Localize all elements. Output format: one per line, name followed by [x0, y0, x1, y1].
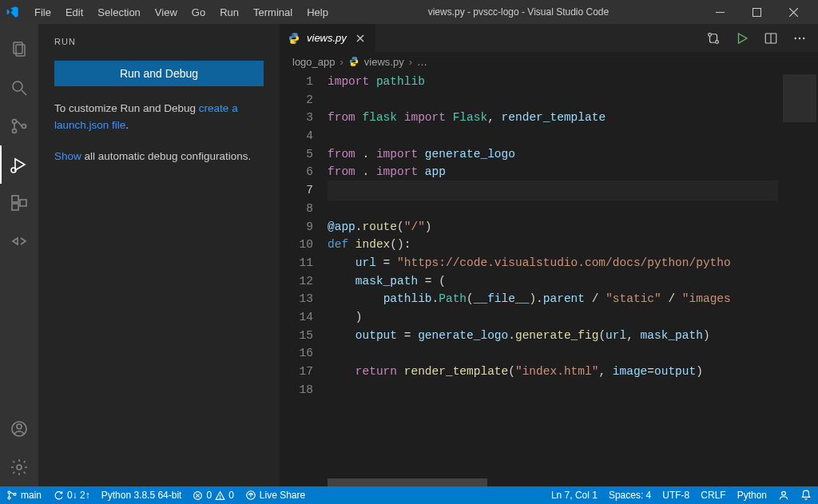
sidebar-title: RUN — [54, 37, 264, 46]
run-and-debug-button[interactable]: Run and Debug — [54, 61, 264, 86]
run-sidebar: RUN Run and Debug To customize Run and D… — [38, 24, 280, 486]
svg-point-17 — [709, 33, 712, 36]
accounts-icon[interactable] — [0, 410, 38, 448]
menu-go[interactable]: Go — [185, 6, 212, 18]
svg-rect-1 — [752, 8, 760, 16]
svg-point-27 — [14, 493, 16, 495]
python-file-icon — [288, 32, 300, 45]
svg-rect-3 — [16, 45, 25, 56]
breadcrumb-folder[interactable]: logo_app — [292, 56, 336, 68]
menu-file[interactable]: File — [27, 6, 58, 18]
breadcrumb[interactable]: logo_app › views.py › … — [280, 52, 818, 71]
svg-marker-9 — [15, 159, 25, 170]
compare-changes-icon[interactable] — [706, 31, 721, 46]
tab-bar: views.py — [280, 24, 818, 52]
minimap[interactable] — [778, 71, 818, 486]
more-actions-icon[interactable] — [792, 31, 807, 46]
svg-point-23 — [799, 37, 800, 38]
horizontal-scrollbar[interactable] — [328, 478, 778, 486]
svg-marker-19 — [739, 34, 748, 43]
menu-view[interactable]: View — [148, 6, 185, 18]
svg-point-25 — [8, 491, 10, 494]
tab-views-py[interactable]: views.py — [280, 24, 375, 52]
code-content[interactable]: import pathlibfrom flask import Flask, r… — [328, 71, 778, 486]
remote-icon[interactable] — [0, 222, 38, 260]
vscode-logo-icon — [6, 6, 19, 18]
svg-point-18 — [716, 40, 719, 43]
svg-point-22 — [795, 37, 796, 38]
title-bar: FileEditSelectionViewGoRunTerminalHelp v… — [0, 0, 818, 24]
search-icon[interactable] — [0, 69, 38, 107]
svg-point-6 — [13, 120, 17, 124]
live-share[interactable]: Live Share — [245, 490, 305, 501]
svg-point-30 — [220, 498, 220, 498]
notifications-icon[interactable] — [800, 490, 812, 501]
cursor-position[interactable]: Ln 7, Col 1 — [551, 490, 598, 501]
svg-point-16 — [17, 465, 22, 470]
split-editor-icon[interactable] — [764, 31, 778, 46]
svg-point-24 — [803, 37, 804, 38]
svg-point-32 — [782, 491, 786, 495]
encoding[interactable]: UTF-8 — [662, 490, 689, 501]
menu-edit[interactable]: Edit — [58, 6, 90, 18]
menu-terminal[interactable]: Terminal — [246, 6, 300, 18]
menu-run[interactable]: Run — [212, 6, 246, 18]
svg-line-5 — [22, 90, 26, 95]
status-bar: main 0↓ 2↑ Python 3.8.5 64-bit 0 0 Live … — [0, 486, 818, 504]
extensions-icon[interactable] — [0, 184, 38, 222]
explorer-icon[interactable] — [0, 30, 38, 69]
chevron-right-icon: › — [340, 56, 343, 68]
window-title: views.py - pvscc-logo - Visual Studio Co… — [336, 6, 701, 18]
feedback-icon[interactable] — [778, 490, 789, 501]
code-editor[interactable]: 123456789101112131415161718 import pathl… — [280, 71, 818, 486]
source-control-icon[interactable] — [0, 107, 38, 145]
run-file-icon[interactable] — [735, 31, 749, 46]
language-mode[interactable]: Python — [737, 490, 767, 501]
tab-close-icon[interactable] — [353, 31, 367, 46]
svg-rect-2 — [14, 42, 22, 54]
show-configs-text: Show all automatic debug configurations. — [54, 149, 264, 165]
svg-point-8 — [22, 125, 26, 129]
sync-indicator[interactable]: 0↓ 2↑ — [53, 490, 90, 501]
activity-bar — [0, 24, 38, 486]
svg-point-26 — [8, 497, 10, 499]
eol[interactable]: CRLF — [701, 490, 725, 501]
branch-indicator[interactable]: main — [6, 490, 42, 501]
python-file-icon — [348, 56, 359, 67]
editor-area: views.py logo_app › views.py › … — [280, 24, 818, 486]
svg-rect-13 — [20, 200, 26, 206]
svg-rect-0 — [716, 12, 725, 13]
svg-point-15 — [17, 424, 22, 429]
show-configs-link[interactable]: Show — [54, 150, 81, 162]
python-interpreter[interactable]: Python 3.8.5 64-bit — [101, 490, 182, 501]
svg-point-7 — [13, 129, 17, 133]
svg-point-4 — [13, 81, 22, 91]
close-button[interactable] — [775, 0, 812, 24]
svg-rect-11 — [12, 196, 18, 202]
minimize-button[interactable] — [701, 0, 738, 24]
maximize-button[interactable] — [738, 0, 775, 24]
breadcrumb-file[interactable]: views.py — [364, 56, 404, 68]
problems-indicator[interactable]: 0 0 — [193, 490, 233, 501]
tab-label: views.py — [307, 32, 347, 44]
menu-selection[interactable]: Selection — [90, 6, 147, 18]
line-number-gutter: 123456789101112131415161718 — [280, 71, 328, 486]
run-debug-icon[interactable] — [0, 145, 38, 184]
menu-help[interactable]: Help — [300, 6, 336, 18]
breadcrumb-more[interactable]: … — [417, 56, 427, 68]
customize-text: To customize Run and Debug create a laun… — [54, 101, 264, 134]
chevron-right-icon: › — [409, 56, 412, 68]
svg-rect-12 — [12, 204, 18, 210]
indentation[interactable]: Spaces: 4 — [609, 490, 651, 501]
settings-gear-icon[interactable] — [0, 448, 38, 486]
